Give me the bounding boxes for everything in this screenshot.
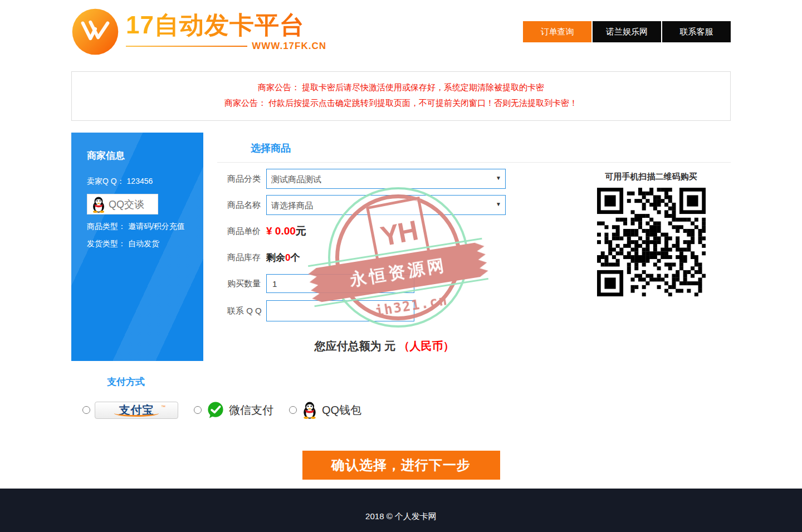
product-type-value: 邀请码/积分充值 (128, 222, 185, 231)
category-label: 商品分类 (227, 174, 266, 184)
site-logo[interactable]: 17自动发卡平台 WWW.17FK.CN (71, 8, 326, 56)
footer: 2018 © 个人发卡网 (0, 489, 802, 532)
payment-option-alipay[interactable]: 支付宝 ™ (82, 402, 178, 419)
total-amount-line: 您应付总额为 元 （人民币） (239, 339, 529, 354)
qq-chat-label: QQ交谈 (109, 198, 144, 211)
alipay-tm-mark: ™ (161, 404, 165, 409)
alipay-logo: 支付宝 ™ (95, 402, 178, 419)
seller-info-title: 商家信息 (87, 149, 188, 162)
qr-section: 可用手机扫描二维码购买 (593, 172, 710, 296)
notice-line-2: 商家公告： 付款后按提示点击确定跳转到提取页面，不可提前关闭窗口！否则无法提取到… (72, 98, 730, 109)
logo-mark-icon (71, 8, 119, 56)
contact-qq-label: 联系 Q Q (227, 306, 266, 316)
footer-copyright: 2018 © 个人发卡网 (365, 511, 437, 522)
stock-prefix: 剩余 (266, 252, 285, 263)
payment-option-wechat[interactable]: 微信支付 (194, 401, 273, 419)
section-divider (217, 162, 731, 163)
alipay-swoosh (114, 410, 159, 417)
merchant-notice-box: 商家公告： 提取卡密后请尽快激活使用或保存好，系统定期清除被提取的卡密 商家公告… (71, 71, 731, 121)
product-select-panel: 选择商品 商品分类 测试商品测试 ▼ 商品名称 请选 (217, 133, 731, 361)
total-currency-note: （人民币） (399, 340, 454, 352)
quantity-input[interactable] (266, 274, 414, 293)
qq-chat-button[interactable]: QQ交谈 (87, 194, 158, 214)
unit-price-unit: 元 (296, 225, 306, 237)
wechat-pay-label: 微信支付 (229, 403, 273, 418)
qr-code (597, 188, 706, 296)
stock-suffix: 个 (290, 252, 300, 263)
seller-info-panel: 商家信息 卖家Q Q： 123456 QQ交谈 (71, 133, 203, 361)
total-amount-text: 您应付总额为 元 (314, 340, 395, 352)
qr-title: 可用手机扫描二维码购买 (593, 172, 710, 182)
notice-line-1: 商家公告： 提取卡密后请尽快激活使用或保存好，系统定期清除被提取的卡密 (72, 82, 730, 93)
qq-wallet-radio[interactable] (289, 406, 297, 414)
delivery-type-value: 自动发货 (128, 239, 159, 248)
site-url: WWW.17FK.CN (252, 41, 326, 52)
qq-wallet-label: QQ钱包 (322, 403, 361, 418)
nav-contact-support-button[interactable]: 联系客服 (662, 21, 731, 42)
alipay-radio[interactable] (82, 406, 90, 414)
payment-methods: 支付宝 ™ 微信支付 (82, 401, 731, 419)
delivery-type-label: 发货类型： (87, 239, 126, 248)
qq-penguin-icon (91, 196, 106, 213)
select-product-title: 选择商品 (251, 141, 731, 155)
wechat-radio[interactable] (194, 406, 202, 414)
payment-method-title: 支付方式 (107, 375, 731, 388)
unit-price-label: 商品单价 (227, 226, 266, 237)
quantity-label: 购买数量 (227, 279, 266, 289)
header: 17自动发卡平台 WWW.17FK.CN 订单查询 诺兰娱乐网 联系客服 (71, 0, 731, 64)
product-type-label: 商品类型： (87, 222, 126, 231)
wechat-pay-icon (206, 401, 225, 419)
qq-wallet-icon (301, 401, 318, 419)
category-select[interactable]: 测试商品测试 (266, 169, 506, 189)
nav-order-query-button[interactable]: 订单查询 (523, 21, 591, 42)
top-nav: 订单查询 诺兰娱乐网 联系客服 (522, 21, 731, 42)
nav-nuolan-site-button[interactable]: 诺兰娱乐网 (593, 21, 661, 42)
contact-qq-input[interactable] (266, 300, 414, 321)
product-name-label: 商品名称 (227, 200, 266, 211)
logo-divider-line (126, 46, 247, 47)
site-title: 17自动发卡平台 (126, 12, 326, 38)
stock-label: 商品库存 (227, 252, 266, 263)
confirm-next-step-button[interactable]: 确认选择，进行下一步 (302, 451, 500, 480)
seller-qq-label: 卖家Q Q： (87, 177, 125, 186)
seller-qq-value: 123456 (127, 177, 153, 186)
payment-option-qq-wallet[interactable]: QQ钱包 (289, 401, 361, 419)
unit-price-value: ¥ 0.00 (266, 225, 296, 237)
product-name-select[interactable]: 请选择商品 (266, 195, 506, 215)
